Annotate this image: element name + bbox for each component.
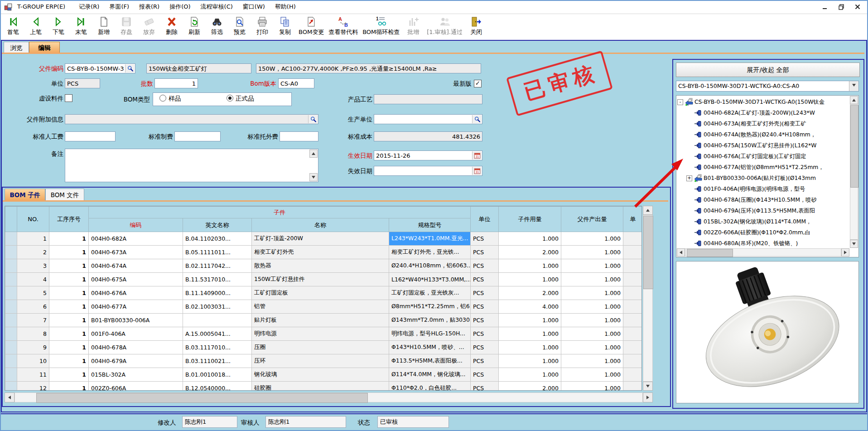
chevron-down-icon[interactable]: [849, 81, 858, 91]
tree-item[interactable]: B01-BYB00330-006A(贴片灯板)(Ø143mm: [677, 173, 849, 184]
scroll-down-icon[interactable]: [850, 240, 858, 248]
vscroll-thumb[interactable]: [850, 105, 858, 188]
effective-date-field[interactable]: 2015-11-26 31: [374, 150, 482, 160]
scroll-up-icon[interactable]: [643, 206, 653, 215]
toolbar-button[interactable]: 关闭: [465, 14, 487, 40]
table-row[interactable]: 3 1 004H0-674A B.02.1117042... 散热器 Ø240.…: [5, 259, 642, 273]
toolbar-button[interactable]: 末笔: [70, 14, 92, 40]
radio-formal[interactable]: 正式品: [227, 95, 254, 103]
col-spec[interactable]: 规格型号: [389, 218, 471, 232]
toolbar-button[interactable]: 上笔: [24, 14, 47, 40]
tree-item[interactable]: CS-BYB-0-150MW-30D71-WCTKG-A0(150W钛金: [677, 97, 849, 107]
virtual-part-checkbox[interactable]: [65, 94, 72, 102]
tree-item[interactable]: 004H0-679A(压环)(Φ113.5*H5MM,表面阳: [677, 205, 849, 216]
menu-item[interactable]: 窗口(W): [243, 0, 275, 14]
col-name[interactable]: 名称: [252, 218, 389, 232]
scroll-left-icon[interactable]: [677, 248, 685, 257]
toolbar-button[interactable]: 刷新: [183, 14, 206, 40]
batch-field[interactable]: 1: [154, 78, 198, 88]
std-labor-field[interactable]: [65, 131, 116, 141]
menu-item[interactable]: 流程审核(C): [201, 0, 243, 14]
toolbar-button[interactable]: BOM变更: [296, 14, 326, 40]
table-row[interactable]: 11 1 015BL-302A B.01.0010018... 钢化玻璃 Ø11…: [5, 368, 642, 382]
toolbar-button[interactable]: AB 查看替代料: [326, 14, 360, 40]
prod-unit-field[interactable]: [374, 114, 482, 124]
scroll-left-icon[interactable]: [5, 392, 14, 402]
close-icon[interactable]: [854, 3, 862, 11]
tree-item[interactable]: 004H0-675A(150W工矿灯悬挂件)(L162*W: [677, 140, 849, 151]
tree-item[interactable]: 004H0-680A(吊环)(M20、铁镀铬、): [677, 238, 849, 248]
tree-vscrollbar[interactable]: [850, 96, 858, 248]
cell-spec[interactable]: Ø143mm*T2.0mm，贴3030...: [389, 314, 471, 327]
expire-date-field[interactable]: 31: [374, 166, 482, 176]
col-output[interactable]: 父件产出量: [561, 207, 623, 232]
tree-expander-icon[interactable]: [686, 165, 692, 170]
tree-item[interactable]: 004H0-673A(相变工矿灯外壳)(相变工矿: [677, 118, 849, 129]
tab-bom-files[interactable]: BOM 文件: [45, 189, 84, 201]
tree-expander-icon[interactable]: [686, 197, 692, 203]
scroll-right-icon[interactable]: [643, 392, 653, 402]
tree-hscrollbar[interactable]: [677, 248, 849, 257]
table-row[interactable]: 1 1 004H0-682A B.04.1102030... 工矿灯-顶盖-20…: [5, 232, 642, 246]
menu-item[interactable]: 操作(O): [169, 0, 200, 14]
bom-version-selector[interactable]: CS-BYB-0-150MW-30D71-WCTKG-A0:CS-A0: [676, 81, 859, 92]
row-selector-cell[interactable]: [5, 300, 17, 314]
menu-item[interactable]: 记录(R): [79, 0, 109, 14]
std-mfg-field[interactable]: [174, 131, 221, 141]
tree-item[interactable]: 004H0-682A(工矿灯-顶盖-200W)(L243*W: [677, 107, 849, 118]
row-selector-cell[interactable]: [5, 354, 17, 368]
tree-expander-icon[interactable]: [686, 186, 692, 192]
scroll-down-icon[interactable]: [309, 173, 318, 181]
cell-spec[interactable]: Φ143*H10.5MM，喷砂、...: [389, 341, 471, 354]
restore-icon[interactable]: [837, 3, 845, 11]
hscroll-thumb[interactable]: [36, 393, 368, 403]
scroll-right-icon[interactable]: [841, 248, 849, 257]
magnifier-icon[interactable]: [472, 115, 482, 123]
table-row[interactable]: 12 1 002Z0-606A B.12.0540000... 硅胶圈 Φ110…: [5, 382, 642, 391]
row-selector-cell[interactable]: [5, 259, 17, 273]
cell-spec[interactable]: L162*W40*H133*T3.0MM,...: [389, 273, 471, 286]
row-selector-cell[interactable]: [5, 246, 17, 259]
col-partial[interactable]: 单: [623, 207, 642, 232]
scroll-up-icon[interactable]: [309, 150, 318, 158]
tree-item[interactable]: 015BL-302A(钢化玻璃)(Ø114*T4.0MM，: [677, 216, 849, 227]
tree-expander-icon[interactable]: [686, 121, 692, 127]
tab-edit[interactable]: 编辑: [29, 42, 60, 53]
table-row[interactable]: 7 1 B01-BYB00330-006A 贴片灯板 Ø143mm*T2.0mm…: [5, 314, 642, 327]
calendar-31-icon[interactable]: 31: [472, 151, 482, 160]
table-row[interactable]: 6 1 004H0-677A B.02.1003031... 铝管 Ø8mm*H…: [5, 300, 642, 314]
col-unit[interactable]: 单位: [471, 207, 499, 232]
tree-expander-icon[interactable]: [686, 208, 692, 214]
minimize-icon[interactable]: [821, 3, 829, 11]
cell-spec[interactable]: Φ113.5*H5MM,表面阳极...: [389, 354, 471, 368]
tree-item[interactable]: 004H0-677A(铝管)(Ø8mm*H51*T2.25mm，: [677, 162, 849, 173]
col-seq[interactable]: 工序序号: [49, 207, 89, 232]
parent-extra-field[interactable]: [65, 114, 318, 124]
cell-spec[interactable]: Ø114*T4.0MM，钢化玻璃...: [389, 368, 471, 382]
col-code[interactable]: 编码: [89, 218, 183, 232]
menu-item[interactable]: 界面(F): [109, 0, 139, 14]
tree-item[interactable]: 004H0-676A(工矿灯固定板)(工矿灯固定: [677, 151, 849, 162]
col-en-name[interactable]: 英文名称: [183, 218, 252, 232]
tree-expander-icon[interactable]: [686, 230, 692, 236]
table-row[interactable]: 5 1 004H0-676A B.11.1409000... 工矿灯固定板 工矿…: [5, 286, 642, 300]
table-row[interactable]: 8 1 001F0-406A A.15.0005041... 明纬电源 明纬电源…: [5, 327, 642, 341]
tree-expander-icon[interactable]: [686, 132, 692, 138]
table-vscrollbar[interactable]: [643, 206, 653, 391]
tree-expander-icon[interactable]: [686, 241, 692, 247]
table-row[interactable]: 9 1 004H0-678A B.03.1117010... 压圈 Φ143*H…: [5, 341, 642, 354]
toolbar-button[interactable]: 新增: [92, 14, 115, 40]
cell-spec[interactable]: 相变工矿灯外壳，亚光铁...: [389, 246, 471, 259]
tree-item[interactable]: 004H0-678A(压圈)(Φ143*H10.5MM，喷砂: [677, 194, 849, 205]
table-hscrollbar[interactable]: [5, 392, 653, 402]
latest-checkbox[interactable]: [474, 80, 482, 87]
tree-expander-icon[interactable]: [686, 154, 692, 160]
toolbar-button[interactable]: 复制: [274, 14, 296, 40]
tree-expander-icon[interactable]: [686, 175, 692, 181]
table-row[interactable]: 4 1 004H0-675A B.11.5317010... 150W工矿灯悬挂…: [5, 273, 642, 286]
calendar-31-icon[interactable]: 31: [472, 167, 482, 175]
tree-item[interactable]: 004H0-674A(散热器)(Ø240.4*H108mm，: [677, 129, 849, 140]
toolbar-button[interactable]: 筛选: [206, 14, 228, 40]
tab-bom-children[interactable]: BOM 子件: [5, 189, 45, 201]
scroll-up-icon[interactable]: [850, 96, 858, 104]
